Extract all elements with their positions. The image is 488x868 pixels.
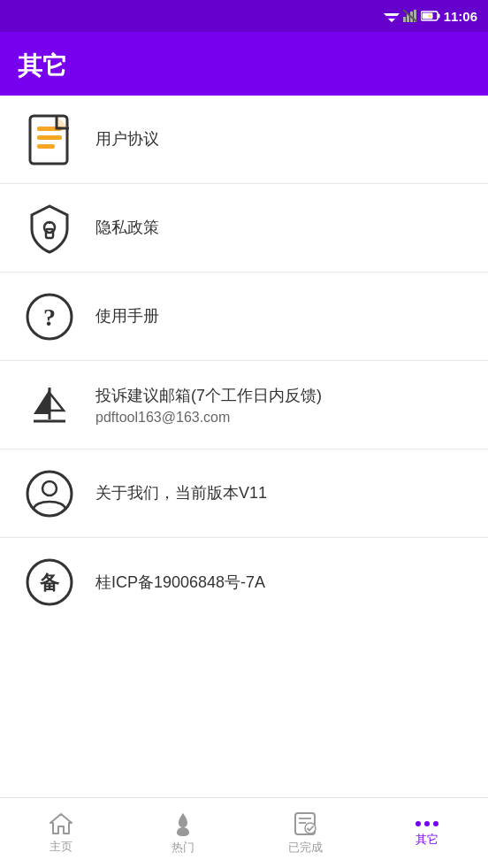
menu-label-complaint-email: 投诉建议邮箱(7个工作日内反馈)	[95, 384, 470, 408]
menu-label-user-manual: 使用手册	[95, 304, 470, 328]
shield-icon	[18, 196, 81, 260]
svg-rect-10	[422, 13, 432, 19]
menu-text-privacy-policy: 隐私政策	[95, 216, 470, 240]
svg-marker-23	[50, 393, 64, 411]
wifi-icon	[384, 10, 400, 22]
menu-text-icp: 桂ICP备19006848号-7A	[95, 571, 470, 595]
menu-label-user-agreement: 用户协议	[95, 127, 470, 151]
svg-text:?: ?	[43, 303, 56, 331]
completed-nav-icon	[294, 811, 316, 836]
svg-rect-14	[37, 135, 62, 140]
battery-icon	[421, 11, 440, 21]
svg-rect-15	[37, 144, 55, 149]
status-time: 11:06	[444, 9, 477, 24]
svg-point-34	[416, 821, 421, 826]
nav-item-home[interactable]: 主页	[0, 798, 122, 868]
home-nav-icon	[50, 812, 72, 835]
svg-marker-29	[50, 814, 72, 833]
menu-item-user-agreement[interactable]: 用户协议	[0, 96, 488, 184]
svg-rect-3	[403, 17, 406, 22]
dots-nav-icon	[416, 819, 438, 828]
fire-nav-icon	[173, 811, 193, 836]
svg-point-33	[305, 823, 316, 833]
icp-icon: 备	[18, 550, 81, 614]
svg-marker-22	[34, 389, 50, 414]
menu-label-privacy-policy: 隐私政策	[95, 216, 470, 240]
menu-sublabel-complaint-email: pdftool163@163.com	[95, 410, 470, 426]
header: 其它	[0, 32, 488, 96]
nav-item-completed[interactable]: 已完成	[244, 798, 366, 868]
svg-rect-9	[438, 14, 439, 19]
menu-text-complaint-email: 投诉建议邮箱(7个工作日内反馈) pdftool163@163.com	[95, 384, 470, 426]
svg-marker-2	[388, 19, 395, 22]
nav-label-hot: 热门	[172, 840, 194, 856]
svg-point-36	[433, 821, 438, 826]
nav-item-other[interactable]: 其它	[366, 798, 488, 868]
svg-text:备: 备	[39, 572, 60, 594]
page-title: 其它	[18, 50, 67, 83]
status-icons: 11:06	[384, 9, 477, 24]
menu-item-privacy-policy[interactable]: 隐私政策	[0, 184, 488, 273]
menu-item-complaint-email[interactable]: 投诉建议邮箱(7个工作日内反馈) pdftool163@163.com	[0, 361, 488, 449]
svg-point-35	[424, 821, 430, 826]
menu-item-about-us[interactable]: 关于我们，当前版本V11	[0, 449, 488, 538]
email-icon	[18, 373, 81, 437]
menu-item-icp[interactable]: 备 桂ICP备19006848号-7A	[0, 538, 488, 626]
content-area: 用户协议 隐私政策 ? 使用手册	[0, 96, 488, 797]
document-icon	[18, 108, 81, 172]
bottom-nav: 主页 热门 已完成 其它	[0, 797, 488, 868]
menu-label-about-us: 关于我们，当前版本V11	[95, 481, 470, 505]
menu-item-user-manual[interactable]: ? 使用手册	[0, 273, 488, 361]
nav-label-completed: 已完成	[288, 840, 323, 856]
menu-text-user-manual: 使用手册	[95, 304, 470, 328]
nav-label-other: 其它	[416, 832, 438, 848]
person-icon	[18, 462, 81, 526]
nav-label-home: 主页	[50, 839, 72, 855]
help-icon: ?	[18, 285, 81, 349]
nav-item-hot[interactable]: 热门	[122, 798, 244, 868]
status-bar: 11:06	[0, 0, 488, 32]
signal-icon	[403, 10, 417, 22]
menu-text-about-us: 关于我们，当前版本V11	[95, 481, 470, 505]
menu-label-icp: 桂ICP备19006848号-7A	[95, 571, 470, 595]
svg-point-26	[42, 481, 57, 495]
menu-text-user-agreement: 用户协议	[95, 127, 470, 151]
